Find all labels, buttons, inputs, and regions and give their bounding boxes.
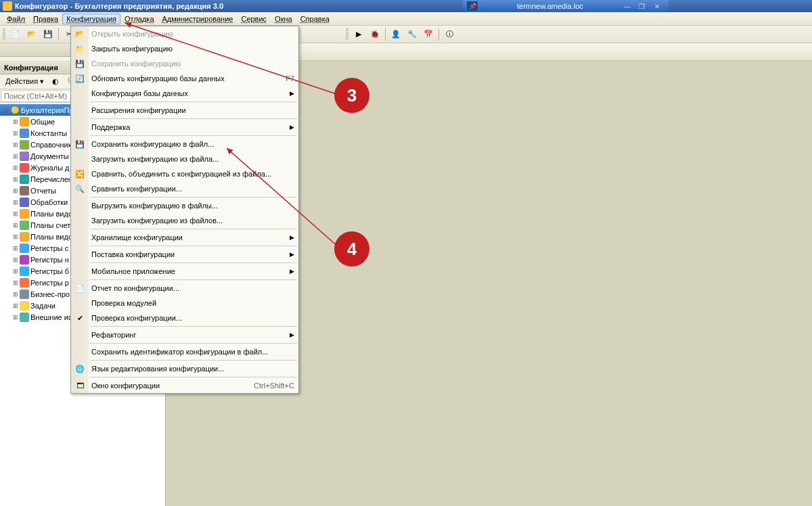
new-button[interactable]: 📄 [8,27,23,42]
remote-connection-tab: 📌 termnew.amedia.loc — ❐ ✕ [463,0,669,12]
menu-item-label: Рефакторинг [91,331,136,339]
menu-item[interactable]: Выгрузить конфигурацию в файлы... [71,198,298,213]
toolbar-grip[interactable] [346,28,348,41]
menu-item-label: Конфигурация базы данных [91,89,188,97]
menu-item-label: Поставка конфигурации [91,250,175,258]
submenu-arrow-icon: ▶ [290,268,294,275]
submenu-arrow-icon: ▶ [290,124,294,131]
menu-item-label: Хранилище конфигурации [91,233,183,242]
annotation-badge-4: 4 [334,231,369,267]
pin-icon[interactable]: 📌 [467,1,478,11]
menu-item-icon: 📁 [74,45,86,53]
menu-правка[interactable]: Правка [29,14,62,24]
submenu-arrow-icon: ▶ [290,251,294,258]
menu-item-label: Сохранить конфигурацию [91,60,181,68]
menu-item-icon: 🔄 [74,74,86,83]
menu-item[interactable]: Расширения конфигурации [71,103,298,118]
tools-button[interactable]: 🔧 [405,27,420,42]
menu-item-label: Расширения конфигурации [91,106,186,114]
menu-item[interactable]: 🌐Язык редактирования конфигурации... [71,361,298,376]
menu-item[interactable]: Рефакторинг▶ [71,327,298,342]
save-button[interactable]: 💾 [41,27,55,42]
menu-отладка[interactable]: Отладка [120,14,158,24]
annotation-badge-3: 3 [334,78,369,113]
menu-item-label: Загрузить конфигурацию из файла... [91,155,219,163]
menu-item-label: Язык редактирования конфигурации... [91,365,224,373]
menu-item[interactable]: 📁Закрыть конфигурацию [71,41,298,56]
menu-item-label: Поддержка [91,123,130,131]
menu-item-icon: 📄 [74,284,86,293]
menu-администрирование[interactable]: Администрирование [158,14,238,24]
menu-item[interactable]: Загрузить конфигурацию из файлов... [71,213,298,228]
menu-item[interactable]: 🔀Сравнить, объединить с конфигурацией из… [71,166,298,181]
menu-item-label: Проверка конфигурации... [91,314,182,322]
menu-item-label: Окно конфигурации [91,382,160,390]
submenu-arrow-icon: ▶ [290,234,294,241]
menu-справка[interactable]: Справка [296,14,334,24]
menu-item-icon: 📂 [74,30,86,39]
menu-сервис[interactable]: Сервис [237,14,271,24]
calendar-button[interactable]: 📅 [421,27,436,42]
menu-shortcut: Ctrl+Shift+C [254,382,294,390]
title-bar: Конфигуратор - Бухгалтерия предприятия, … [0,0,812,12]
remote-host-label: termnew.amedia.loc [483,2,617,10]
open-button[interactable]: 📂 [24,27,39,42]
submenu-arrow-icon: ▶ [290,90,294,97]
action-btn-1[interactable]: ◐ [48,74,63,89]
menu-окна[interactable]: Окна [271,14,296,24]
menu-item-label: Мобильное приложение [91,267,175,275]
menu-shortcut: F7 [286,74,294,83]
menu-bar: ФайлПравкаКонфигурацияОтладкаАдминистрир… [0,12,812,26]
menu-item-label: Сравнить конфигурации... [91,185,182,193]
menu-item-icon: 🌐 [74,365,86,373]
minimize-icon[interactable]: — [623,2,632,10]
menu-item-icon: 🗔 [74,382,86,390]
menu-item-icon: 💾 [74,60,86,68]
submenu-arrow-icon: ▶ [290,331,294,338]
debug-button[interactable]: 🐞 [367,27,382,42]
menu-item[interactable]: Мобильное приложение▶ [71,264,298,279]
menu-item[interactable]: Сохранить идентификатор конфигурации в ф… [71,344,298,359]
menu-item[interactable]: 📄Отчет по конфигурации... [71,281,298,296]
menu-item-icon: ✔ [74,314,86,323]
actions-dropdown[interactable]: Действия ▾ [3,76,47,87]
menu-item[interactable]: 🔄Обновить конфигурацию базы данныхF7 [71,71,298,86]
config-dropdown-menu: 📂Открыть конфигурацию📁Закрыть конфигурац… [70,26,299,394]
menu-item-label: Проверка модулей [91,299,156,307]
menu-item-label: Отчет по конфигурации... [91,284,179,292]
close-icon[interactable]: ✕ [652,2,662,10]
menu-item-label: Сравнить, объединить с конфигурацией из … [91,170,271,178]
menu-item-label: Открыть конфигурацию [91,30,173,38]
menu-item[interactable]: Конфигурация базы данных▶ [71,86,298,101]
menu-item: 💾Сохранить конфигурацию [71,56,298,71]
menu-конфигурация[interactable]: Конфигурация [62,14,120,24]
maximize-icon[interactable]: ❐ [637,2,647,10]
menu-item: 📂Открыть конфигурацию [71,26,298,41]
menu-item[interactable]: 🗔Окно конфигурацииCtrl+Shift+C [71,378,298,393]
menu-item[interactable]: Поставка конфигурации▶ [71,247,298,262]
menu-item-icon: 🔀 [74,170,86,179]
menu-item[interactable]: Загрузить конфигурацию из файла... [71,152,298,166]
toolbar-grip[interactable] [3,28,5,41]
user-button[interactable]: 👤 [388,27,403,42]
help-button[interactable]: ⓘ [442,27,457,42]
menu-item-label: Обновить конфигурацию базы данных [91,74,225,83]
sidebar-title-text: Конфигурация [4,64,58,72]
window-title: Конфигуратор - Бухгалтерия предприятия, … [15,2,223,10]
menu-item[interactable]: ✔Проверка конфигурации... [71,310,298,325]
menu-item-label: Сохранить конфигурацию в файл... [91,140,214,148]
menu-item-icon: 💾 [74,140,86,149]
menu-item-label: Загрузить конфигурацию из файлов... [91,216,223,225]
menu-item[interactable]: Хранилище конфигурации▶ [71,230,298,245]
menu-item-label: Закрыть конфигурацию [91,45,173,53]
menu-item-icon: 🔍 [74,185,86,193]
menu-item-label: Выгрузить конфигурацию в файлы... [91,202,218,210]
menu-item[interactable]: 🔍Сравнить конфигурации... [71,181,298,196]
menu-item[interactable]: 💾Сохранить конфигурацию в файл... [71,137,298,152]
app-icon [3,1,12,11]
menu-item-label: Сохранить идентификатор конфигурации в ф… [91,348,268,356]
menu-item[interactable]: Проверка модулей [71,296,298,310]
run-button[interactable]: ▶ [351,27,366,42]
menu-файл[interactable]: Файл [3,14,29,24]
menu-item[interactable]: Поддержка▶ [71,120,298,135]
